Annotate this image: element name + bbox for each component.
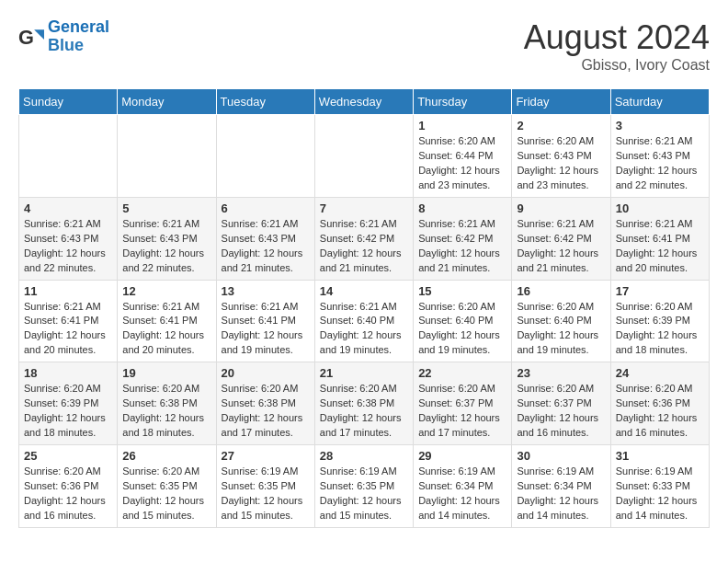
day-of-week-header: Wednesday	[314, 89, 413, 115]
day-number: 12	[122, 284, 210, 298]
calendar-day-cell: 1Sunrise: 6:20 AMSunset: 6:44 PMDaylight…	[414, 115, 512, 198]
calendar-week-row: 18Sunrise: 6:20 AMSunset: 6:39 PMDayligh…	[19, 362, 710, 445]
calendar-day-cell: 31Sunrise: 6:19 AMSunset: 6:33 PMDayligh…	[610, 445, 709, 528]
day-number: 6	[222, 201, 310, 215]
day-info: Sunrise: 6:21 AMSunset: 6:42 PMDaylight:…	[517, 217, 605, 276]
calendar-day-cell: 29Sunrise: 6:19 AMSunset: 6:34 PMDayligh…	[414, 445, 512, 528]
calendar-day-cell: 6Sunrise: 6:21 AMSunset: 6:43 PMDaylight…	[216, 197, 314, 280]
day-number: 5	[122, 201, 210, 215]
day-info: Sunrise: 6:21 AMSunset: 6:40 PMDaylight:…	[320, 300, 408, 359]
calendar-day-cell: 21Sunrise: 6:20 AMSunset: 6:38 PMDayligh…	[314, 362, 413, 445]
calendar-week-row: 1Sunrise: 6:20 AMSunset: 6:44 PMDaylight…	[19, 115, 710, 198]
day-number: 3	[616, 119, 704, 132]
day-info: Sunrise: 6:20 AMSunset: 6:40 PMDaylight:…	[418, 300, 506, 359]
day-number: 23	[517, 366, 605, 380]
calendar-day-cell: 2Sunrise: 6:20 AMSunset: 6:43 PMDaylight…	[512, 115, 610, 198]
day-number: 30	[517, 449, 605, 463]
day-number: 31	[616, 449, 704, 463]
calendar-day-cell: 22Sunrise: 6:20 AMSunset: 6:37 PMDayligh…	[414, 362, 512, 445]
calendar-day-cell: 5Sunrise: 6:21 AMSunset: 6:43 PMDaylight…	[118, 197, 216, 280]
day-of-week-header: Friday	[512, 89, 610, 115]
day-number: 7	[320, 201, 408, 215]
calendar-day-cell: 20Sunrise: 6:20 AMSunset: 6:38 PMDayligh…	[216, 362, 314, 445]
calendar-day-cell: 25Sunrise: 6:20 AMSunset: 6:36 PMDayligh…	[19, 445, 118, 528]
calendar-day-cell: 16Sunrise: 6:20 AMSunset: 6:40 PMDayligh…	[512, 280, 610, 362]
day-info: Sunrise: 6:19 AMSunset: 6:35 PMDaylight:…	[320, 465, 408, 523]
page-header: G General Blue August 2024 Gbisso, Ivory…	[18, 18, 710, 74]
logo-text: General Blue	[48, 18, 109, 55]
day-info: Sunrise: 6:21 AMSunset: 6:43 PMDaylight:…	[616, 134, 704, 193]
calendar-day-cell: 23Sunrise: 6:20 AMSunset: 6:37 PMDayligh…	[512, 362, 610, 445]
calendar-day-cell: 9Sunrise: 6:21 AMSunset: 6:42 PMDaylight…	[512, 197, 610, 280]
calendar-day-cell: 13Sunrise: 6:21 AMSunset: 6:41 PMDayligh…	[216, 280, 314, 362]
day-number: 14	[320, 284, 408, 298]
day-number: 10	[616, 201, 704, 215]
day-info: Sunrise: 6:20 AMSunset: 6:40 PMDaylight:…	[517, 300, 605, 359]
calendar-day-cell: 28Sunrise: 6:19 AMSunset: 6:35 PMDayligh…	[314, 445, 413, 528]
calendar-week-row: 25Sunrise: 6:20 AMSunset: 6:36 PMDayligh…	[19, 445, 710, 528]
calendar-week-row: 11Sunrise: 6:21 AMSunset: 6:41 PMDayligh…	[19, 280, 710, 362]
day-info: Sunrise: 6:20 AMSunset: 6:44 PMDaylight:…	[418, 134, 506, 193]
calendar-day-cell	[19, 115, 118, 198]
calendar-day-cell: 24Sunrise: 6:20 AMSunset: 6:36 PMDayligh…	[610, 362, 709, 445]
day-info: Sunrise: 6:21 AMSunset: 6:42 PMDaylight:…	[418, 217, 506, 276]
calendar-day-cell: 3Sunrise: 6:21 AMSunset: 6:43 PMDaylight…	[610, 115, 709, 198]
day-info: Sunrise: 6:20 AMSunset: 6:37 PMDaylight:…	[517, 382, 605, 441]
calendar-table: SundayMondayTuesdayWednesdayThursdayFrid…	[18, 88, 710, 528]
day-number: 17	[616, 284, 704, 298]
day-of-week-header: Saturday	[610, 89, 709, 115]
day-info: Sunrise: 6:20 AMSunset: 6:39 PMDaylight:…	[616, 300, 704, 359]
day-number: 29	[418, 449, 506, 463]
day-info: Sunrise: 6:19 AMSunset: 6:33 PMDaylight:…	[616, 465, 704, 523]
calendar-day-cell: 10Sunrise: 6:21 AMSunset: 6:41 PMDayligh…	[610, 197, 709, 280]
calendar-day-cell: 18Sunrise: 6:20 AMSunset: 6:39 PMDayligh…	[19, 362, 118, 445]
logo: G General Blue	[18, 18, 109, 55]
day-number: 11	[24, 284, 112, 298]
day-info: Sunrise: 6:21 AMSunset: 6:41 PMDaylight:…	[616, 217, 704, 276]
day-number: 26	[122, 449, 210, 463]
month-year: August 2024	[524, 18, 710, 57]
day-number: 13	[222, 284, 310, 298]
day-number: 2	[517, 119, 605, 132]
day-info: Sunrise: 6:20 AMSunset: 6:35 PMDaylight:…	[122, 465, 210, 523]
calendar-day-cell: 11Sunrise: 6:21 AMSunset: 6:41 PMDayligh…	[19, 280, 118, 362]
day-info: Sunrise: 6:20 AMSunset: 6:36 PMDaylight:…	[24, 465, 112, 523]
day-info: Sunrise: 6:20 AMSunset: 6:36 PMDaylight:…	[616, 382, 704, 441]
day-number: 24	[616, 366, 704, 380]
calendar-day-cell	[216, 115, 314, 198]
logo-icon: G	[18, 24, 44, 50]
day-info: Sunrise: 6:20 AMSunset: 6:37 PMDaylight:…	[418, 382, 506, 441]
day-of-week-header: Sunday	[19, 89, 118, 115]
day-info: Sunrise: 6:21 AMSunset: 6:41 PMDaylight:…	[24, 300, 112, 359]
day-info: Sunrise: 6:20 AMSunset: 6:38 PMDaylight:…	[122, 382, 210, 441]
day-number: 22	[418, 366, 506, 380]
day-number: 28	[320, 449, 408, 463]
day-number: 27	[222, 449, 310, 463]
day-of-week-header: Thursday	[414, 89, 512, 115]
title-block: August 2024 Gbisso, Ivory Coast	[524, 18, 710, 74]
day-number: 19	[122, 366, 210, 380]
day-number: 4	[24, 201, 112, 215]
day-info: Sunrise: 6:20 AMSunset: 6:43 PMDaylight:…	[517, 134, 605, 193]
day-info: Sunrise: 6:21 AMSunset: 6:43 PMDaylight:…	[24, 217, 112, 276]
calendar-week-row: 4Sunrise: 6:21 AMSunset: 6:43 PMDaylight…	[19, 197, 710, 280]
day-of-week-header: Monday	[118, 89, 216, 115]
day-number: 15	[418, 284, 506, 298]
calendar-day-cell: 7Sunrise: 6:21 AMSunset: 6:42 PMDaylight…	[314, 197, 413, 280]
day-info: Sunrise: 6:19 AMSunset: 6:34 PMDaylight:…	[418, 465, 506, 523]
day-number: 18	[24, 366, 112, 380]
day-info: Sunrise: 6:20 AMSunset: 6:38 PMDaylight:…	[320, 382, 408, 441]
calendar-day-cell: 30Sunrise: 6:19 AMSunset: 6:34 PMDayligh…	[512, 445, 610, 528]
calendar-day-cell: 8Sunrise: 6:21 AMSunset: 6:42 PMDaylight…	[414, 197, 512, 280]
calendar-day-cell: 15Sunrise: 6:20 AMSunset: 6:40 PMDayligh…	[414, 280, 512, 362]
day-info: Sunrise: 6:19 AMSunset: 6:35 PMDaylight:…	[222, 465, 310, 523]
day-info: Sunrise: 6:20 AMSunset: 6:39 PMDaylight:…	[24, 382, 112, 441]
location: Gbisso, Ivory Coast	[524, 57, 710, 74]
calendar-header-row: SundayMondayTuesdayWednesdayThursdayFrid…	[19, 89, 710, 115]
calendar-day-cell	[118, 115, 216, 198]
day-info: Sunrise: 6:21 AMSunset: 6:41 PMDaylight:…	[222, 300, 310, 359]
day-number: 9	[517, 201, 605, 215]
day-info: Sunrise: 6:21 AMSunset: 6:43 PMDaylight:…	[122, 217, 210, 276]
calendar-day-cell: 12Sunrise: 6:21 AMSunset: 6:41 PMDayligh…	[118, 280, 216, 362]
calendar-day-cell: 17Sunrise: 6:20 AMSunset: 6:39 PMDayligh…	[610, 280, 709, 362]
